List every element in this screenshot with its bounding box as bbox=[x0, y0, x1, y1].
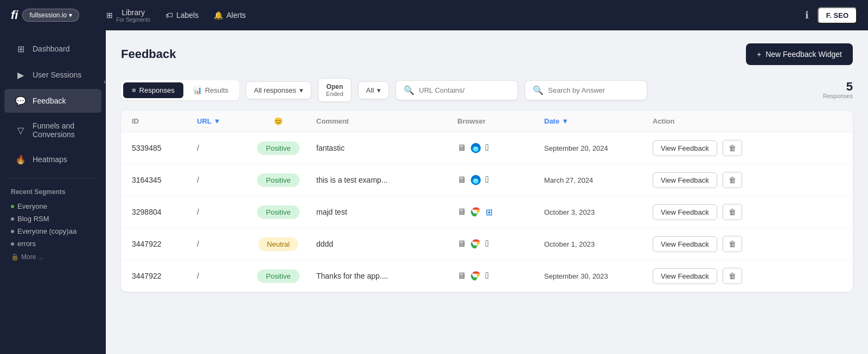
view-feedback-button[interactable]: View Feedback bbox=[653, 140, 717, 156]
responses-tab-label: Responses bbox=[139, 86, 175, 94]
funnel-icon: ▽ bbox=[15, 125, 26, 136]
sidebar-item-heatmaps[interactable]: 🔥 Heatmaps bbox=[4, 147, 101, 171]
answer-search-wrap[interactable]: 🔍 bbox=[525, 80, 647, 100]
delete-feedback-button[interactable]: 🗑 bbox=[723, 236, 742, 252]
apple-icon:  bbox=[486, 271, 489, 281]
th-url-label: URL bbox=[197, 117, 212, 125]
td-sentiment: Positive bbox=[240, 205, 316, 219]
tab-group: ≡ Responses 📊 Results bbox=[121, 80, 239, 100]
all-responses-dropdown[interactable]: All responses ▾ bbox=[246, 81, 311, 99]
topnav: fi fullsession.io ▾ ⊞ Library For Segmen… bbox=[0, 0, 868, 30]
svg-point-10 bbox=[474, 274, 477, 278]
plus-icon: + bbox=[757, 50, 761, 59]
search-icon: 🔍 bbox=[533, 85, 544, 95]
sentiment-badge: Neutral bbox=[258, 237, 298, 251]
sidebar-toggle[interactable]: ‹ bbox=[99, 74, 106, 90]
sidebar-heatmaps-label: Heatmaps bbox=[33, 155, 67, 164]
delete-feedback-button[interactable]: 🗑 bbox=[723, 140, 742, 156]
nav-alerts[interactable]: 🔔 Alerts bbox=[214, 11, 246, 20]
recent-segments-title: Recent Segments bbox=[11, 188, 95, 196]
tab-results[interactable]: 📊 Results bbox=[184, 82, 237, 98]
td-sentiment: Positive bbox=[240, 173, 316, 187]
sidebar-dashboard-label: Dashboard bbox=[33, 44, 70, 53]
table-header: ID URL ▼ 😊 Comment Browser Date ▼ Action bbox=[121, 111, 853, 132]
chat-icon: 💬 bbox=[15, 95, 26, 106]
chrome-icon bbox=[470, 207, 481, 217]
th-date-label: Date bbox=[544, 117, 559, 125]
browser-icons: 🖥 bbox=[457, 143, 489, 153]
browser-icons: 🖥⊞ bbox=[457, 207, 493, 217]
segment-item-blog-rsm[interactable]: Blog RSM bbox=[11, 213, 95, 225]
domain-label: fullsession.io bbox=[29, 11, 67, 19]
segment-item-everyone[interactable]: Everyone bbox=[11, 200, 95, 213]
chevron-left-icon: ‹ bbox=[104, 78, 106, 86]
open-ended-filter[interactable]: Open Ended bbox=[318, 78, 352, 102]
view-feedback-button[interactable]: View Feedback bbox=[653, 236, 717, 252]
tab-responses[interactable]: ≡ Responses bbox=[123, 82, 183, 98]
sidebar-item-user-sessions[interactable]: ▶ User Sessions bbox=[4, 63, 101, 87]
segment-blog-rsm-label: Blog RSM bbox=[17, 215, 49, 223]
delete-feedback-button[interactable]: 🗑 bbox=[723, 172, 742, 188]
nav-labels[interactable]: 🏷 Labels bbox=[165, 11, 199, 20]
more-segments-link[interactable]: 🔒 More ... bbox=[11, 250, 95, 264]
url-search-wrap[interactable]: 🔍 bbox=[395, 80, 518, 100]
td-url: / bbox=[197, 240, 240, 248]
td-date: September 30, 2023 bbox=[544, 272, 653, 280]
nav-library[interactable]: ⊞ Library For Segments bbox=[106, 8, 150, 23]
results-tab-label: Results bbox=[205, 86, 228, 94]
logo-area: fi fullsession.io ▾ bbox=[11, 8, 79, 22]
answer-search-input[interactable] bbox=[548, 86, 639, 94]
td-id: 3164345 bbox=[132, 176, 197, 184]
sort-icon: ▼ bbox=[214, 117, 221, 125]
table-row: 3447922 / Positive Thanks for the app...… bbox=[121, 260, 853, 292]
filter-bar: ≡ Responses 📊 Results All responses ▾ Op… bbox=[121, 78, 853, 102]
more-label: More ... bbox=[21, 253, 43, 261]
url-search-input[interactable] bbox=[419, 86, 510, 94]
browser-icons: 🖥 bbox=[457, 271, 489, 281]
th-browser: Browser bbox=[457, 117, 544, 125]
table-row: 3447922 / Neutral dddd 🖥 October 1, 202… bbox=[121, 228, 853, 260]
delete-feedback-button[interactable]: 🗑 bbox=[723, 268, 742, 284]
sidebar-item-dashboard[interactable]: ⊞ Dashboard bbox=[4, 37, 101, 61]
th-sentiment: 😊 bbox=[240, 117, 316, 125]
segment-item-everyone-copy[interactable]: Everyone (copy)aa bbox=[11, 225, 95, 237]
monitor-icon: 🖥 bbox=[457, 239, 466, 249]
sidebar-item-funnels[interactable]: ▽ Funnels and Conversions bbox=[4, 115, 101, 145]
segment-item-errors[interactable]: errors bbox=[11, 237, 95, 250]
td-date: March 27, 2024 bbox=[544, 176, 653, 184]
delete-feedback-button[interactable]: 🗑 bbox=[723, 204, 742, 220]
sidebar-divider bbox=[9, 178, 97, 178]
open-ended-line1: Open bbox=[327, 83, 343, 91]
main-content: Feedback + New Feedback Widget ≡ Respons… bbox=[106, 30, 868, 354]
info-icon[interactable]: ℹ bbox=[805, 9, 809, 21]
view-feedback-button[interactable]: View Feedback bbox=[653, 268, 717, 284]
responses-count-number: 5 bbox=[846, 81, 853, 93]
grid-icon: ⊞ bbox=[15, 43, 26, 54]
td-browser: 🖥 bbox=[457, 143, 544, 153]
sidebar-item-feedback[interactable]: 💬 Feedback bbox=[4, 89, 101, 113]
td-sentiment: Neutral bbox=[240, 237, 316, 251]
table-body: 5339485 / Positive fantastic 🖥 Septembe… bbox=[121, 132, 853, 292]
domain-pill[interactable]: fullsession.io ▾ bbox=[22, 9, 79, 22]
fire-icon: 🔥 bbox=[15, 154, 26, 165]
td-comment: dddd bbox=[316, 240, 457, 248]
td-comment: majd test bbox=[316, 208, 457, 216]
th-date[interactable]: Date ▼ bbox=[544, 117, 653, 125]
view-feedback-button[interactable]: View Feedback bbox=[653, 172, 717, 188]
segment-everyone-label: Everyone bbox=[17, 202, 47, 210]
segment-dot bbox=[11, 217, 14, 221]
all-dropdown[interactable]: All ▾ bbox=[358, 81, 389, 99]
th-comment: Comment bbox=[316, 117, 457, 125]
td-comment: this is a test examp... bbox=[316, 176, 457, 184]
chevron-down-icon: ▾ bbox=[299, 86, 303, 94]
sort-icon: ▼ bbox=[561, 117, 569, 125]
content-header: Feedback + New Feedback Widget bbox=[121, 43, 853, 65]
view-feedback-button[interactable]: View Feedback bbox=[653, 204, 717, 220]
user-badge[interactable]: F. SEO bbox=[818, 7, 857, 24]
th-url[interactable]: URL ▼ bbox=[197, 117, 240, 125]
td-browser: 🖥 bbox=[457, 239, 544, 249]
feedback-table: ID URL ▼ 😊 Comment Browser Date ▼ Action… bbox=[121, 111, 853, 292]
nav-labels-label: Labels bbox=[176, 11, 199, 20]
new-feedback-widget-button[interactable]: + New Feedback Widget bbox=[746, 43, 853, 65]
all-responses-label: All responses bbox=[254, 86, 296, 94]
